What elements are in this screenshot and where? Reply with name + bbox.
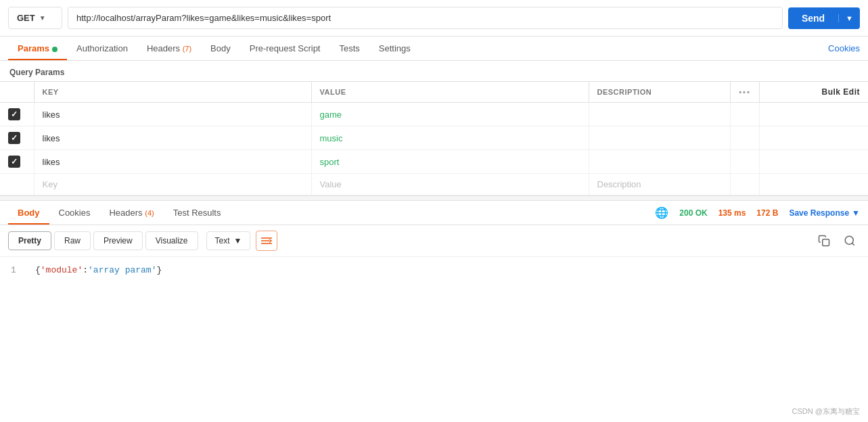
wrap-button[interactable] (256, 231, 277, 251)
row3-checkbox[interactable]: ✓ (8, 156, 20, 168)
table-row: ✓ likes game (0, 103, 868, 126)
search-button[interactable] (840, 231, 860, 251)
method-chevron-icon: ▼ (39, 14, 46, 22)
row2-bulkedit-cell (759, 126, 868, 150)
tab-headers[interactable]: Headers (7) (137, 37, 201, 60)
row2-value-cell[interactable]: music (311, 126, 589, 150)
search-icon (844, 235, 856, 247)
tab-body[interactable]: Body (201, 37, 240, 60)
row1-bulkedit-cell (759, 103, 868, 126)
row2-key-cell[interactable]: likes (34, 126, 311, 150)
response-toolbar: Pretty Raw Preview Visualize Text ▼ (0, 225, 868, 257)
response-meta: 🌐 200 OK 135 ms 172 B Save Response ▼ (655, 206, 860, 219)
wrap-icon (260, 235, 273, 246)
col-bulkedit-header[interactable]: Bulk Edit (759, 82, 868, 103)
row2-checkbox[interactable]: ✓ (8, 132, 20, 144)
placeholder-value-cell[interactable]: Value (311, 174, 589, 195)
svg-line-5 (852, 243, 854, 245)
cookies-link[interactable]: Cookies (828, 43, 860, 53)
placeholder-desc-cell[interactable]: Description (589, 174, 731, 195)
resp-tab-cookies[interactable]: Cookies (49, 201, 100, 225)
code-line: {'module':'array param'} (35, 265, 162, 275)
response-size: 172 B (756, 208, 778, 218)
response-tabs: Body Cookies Headers (4) Test Results 🌐 … (0, 201, 868, 225)
col-value-header: VALUE (311, 82, 589, 103)
method-dropdown[interactable]: GET ▼ (8, 7, 62, 29)
row3-desc-cell[interactable] (589, 150, 731, 174)
row3-value-cell[interactable]: sport (311, 150, 589, 174)
row1-checkbox[interactable]: ✓ (8, 108, 20, 120)
url-input[interactable] (68, 7, 783, 29)
row1-dots-cell (731, 103, 760, 126)
table-row: ✓ likes music (0, 126, 868, 150)
tab-authorization[interactable]: Authorization (67, 37, 137, 60)
line-number: 1 (11, 265, 24, 275)
col-key-header: KEY (34, 82, 311, 103)
format-visualize-button[interactable]: Visualize (145, 231, 198, 250)
placeholder-check-cell (0, 174, 34, 195)
request-tabs: Params Authorization Headers (7) Body Pr… (0, 37, 868, 61)
save-response-button[interactable]: Save Response ▼ (789, 208, 860, 218)
dots-icon[interactable]: ••• (739, 88, 751, 96)
response-actions (814, 231, 860, 251)
svg-rect-3 (823, 239, 829, 246)
table-row: ✓ likes sport (0, 150, 868, 174)
row2-desc-cell[interactable] (589, 126, 731, 150)
placeholder-dots-cell (731, 174, 760, 195)
send-dropdown-icon[interactable]: ▼ (838, 14, 860, 22)
col-dots-header: ••• (731, 82, 760, 103)
tab-settings[interactable]: Settings (369, 37, 420, 60)
params-table: KEY VALUE DESCRIPTION ••• Bulk Edit ✓ li… (0, 81, 868, 195)
url-bar: GET ▼ Send ▼ (0, 0, 868, 37)
tab-params[interactable]: Params (8, 37, 67, 60)
watermark: CSDN @东离与糖宝 (792, 406, 860, 417)
method-label: GET (17, 13, 35, 23)
tab-tests[interactable]: Tests (329, 37, 369, 60)
resp-tab-body[interactable]: Body (8, 201, 49, 225)
row1-key-cell[interactable]: likes (34, 103, 311, 126)
copy-button[interactable] (814, 231, 834, 251)
resp-tab-testresults[interactable]: Test Results (164, 201, 231, 225)
row2-check-cell: ✓ (0, 126, 34, 150)
row1-value-cell[interactable]: game (311, 103, 589, 126)
headers-badge: (7) (183, 45, 191, 53)
resp-headers-badge: (4) (145, 209, 154, 217)
resp-tab-headers[interactable]: Headers (4) (99, 201, 163, 225)
code-area: 1 {'module':'array param'} (0, 257, 868, 283)
row3-check-cell: ✓ (0, 150, 34, 174)
format-raw-button[interactable]: Raw (54, 231, 91, 250)
send-button[interactable]: Send ▼ (788, 7, 860, 29)
params-dot (52, 47, 58, 52)
placeholder-key-cell[interactable]: Key (34, 174, 311, 195)
globe-icon[interactable]: 🌐 (655, 206, 668, 219)
row3-key-cell[interactable]: likes (34, 150, 311, 174)
row3-bulkedit-cell (759, 150, 868, 174)
status-badge: 200 OK (679, 208, 707, 218)
query-params-label: Query Params (0, 61, 868, 81)
row1-check-cell: ✓ (0, 103, 34, 126)
text-type-dropdown[interactable]: Text ▼ (206, 231, 251, 250)
copy-icon (818, 235, 830, 247)
format-pretty-button[interactable]: Pretty (8, 231, 51, 250)
row2-dots-cell (731, 126, 760, 150)
col-check-header (0, 82, 34, 103)
svg-point-4 (845, 236, 853, 244)
text-type-chevron-icon: ▼ (234, 236, 242, 245)
row3-dots-cell (731, 150, 760, 174)
save-response-chevron-icon: ▼ (852, 208, 860, 218)
table-row-placeholder: Key Value Description (0, 174, 868, 195)
col-desc-header: DESCRIPTION (589, 82, 731, 103)
section-divider (0, 195, 868, 201)
tab-prerequest[interactable]: Pre-request Script (240, 37, 330, 60)
response-time: 135 ms (718, 208, 746, 218)
row1-desc-cell[interactable] (589, 103, 731, 126)
placeholder-bulkedit-cell (759, 174, 868, 195)
send-label: Send (788, 13, 838, 24)
format-preview-button[interactable]: Preview (93, 231, 143, 250)
